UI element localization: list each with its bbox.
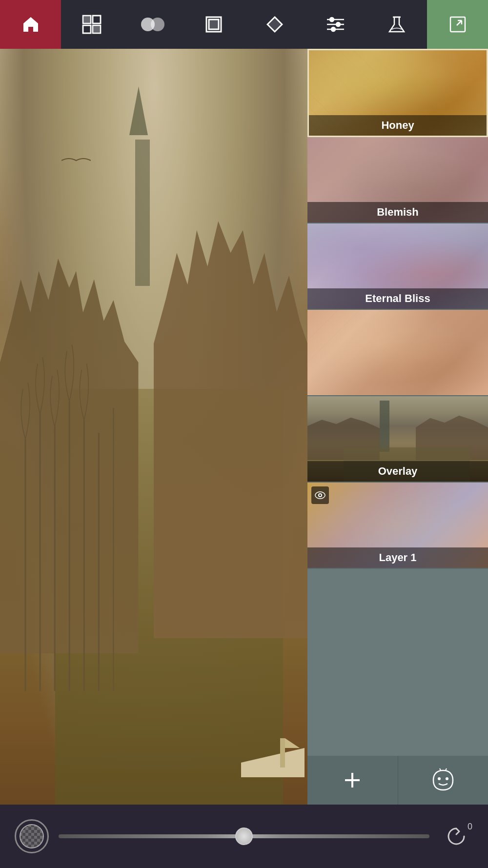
svg-line-39	[446, 768, 447, 770]
svg-rect-1	[93, 16, 101, 23]
layer-item-blemish[interactable]: Blemish	[307, 137, 488, 223]
svg-rect-6	[83, 25, 91, 33]
layer-item-eternal-bliss[interactable]: Eternal Bliss	[307, 223, 488, 310]
svg-rect-11	[209, 20, 219, 29]
opacity-slider-thumb[interactable]	[235, 828, 253, 845]
blend-button[interactable]	[122, 0, 183, 49]
opacity-slider[interactable]	[59, 834, 429, 838]
export-button[interactable]	[427, 0, 488, 49]
svg-point-16	[336, 22, 340, 26]
flask-button[interactable]	[366, 0, 427, 49]
svg-line-38	[440, 768, 441, 770]
svg-point-9	[151, 18, 164, 31]
svg-line-22	[457, 20, 462, 25]
canvas-area	[0, 49, 307, 805]
svg-point-33	[319, 494, 321, 496]
svg-rect-3	[93, 25, 101, 33]
refresh-count: 0	[468, 822, 472, 849]
svg-point-37	[446, 777, 448, 780]
add-layer-button[interactable]	[307, 756, 398, 805]
warm-thumbnail	[307, 310, 488, 395]
blemish-label: Blemish	[307, 202, 488, 222]
frame-button[interactable]	[183, 0, 244, 49]
transparency-button[interactable]	[15, 819, 49, 853]
layer1-label: Layer 1	[307, 547, 488, 568]
sidebar-panel: Honey Blemish Eternal Bliss	[307, 49, 488, 805]
mask-button[interactable]	[398, 756, 488, 805]
sidebar-bottom-buttons	[307, 756, 488, 805]
svg-point-36	[438, 777, 441, 780]
eternal-bliss-label: Eternal Bliss	[307, 288, 488, 309]
canvas-image	[0, 49, 307, 805]
sliders-button[interactable]	[305, 0, 366, 49]
svg-rect-0	[83, 16, 91, 23]
layer-item-warm[interactable]	[307, 310, 488, 396]
svg-rect-30	[280, 738, 285, 767]
top-toolbar	[0, 0, 488, 49]
honey-label: Honey	[309, 115, 487, 136]
bottom-toolbar: 0	[0, 805, 488, 868]
home-button[interactable]	[0, 0, 61, 49]
layer-item-honey[interactable]: Honey	[307, 49, 488, 137]
layer-item-overlay[interactable]: Overlay	[307, 396, 488, 483]
svg-rect-2	[83, 25, 91, 33]
svg-point-15	[330, 18, 334, 21]
svg-point-17	[331, 27, 335, 31]
diamond-button[interactable]	[244, 0, 305, 49]
layer-item-layer1[interactable]: Layer 1	[307, 483, 488, 569]
svg-rect-5	[93, 16, 101, 23]
refresh-button[interactable]: 0	[439, 819, 473, 853]
layer-eye-icon[interactable]	[311, 486, 329, 504]
overlay-label: Overlay	[307, 461, 488, 482]
pattern-button[interactable]	[61, 0, 122, 49]
